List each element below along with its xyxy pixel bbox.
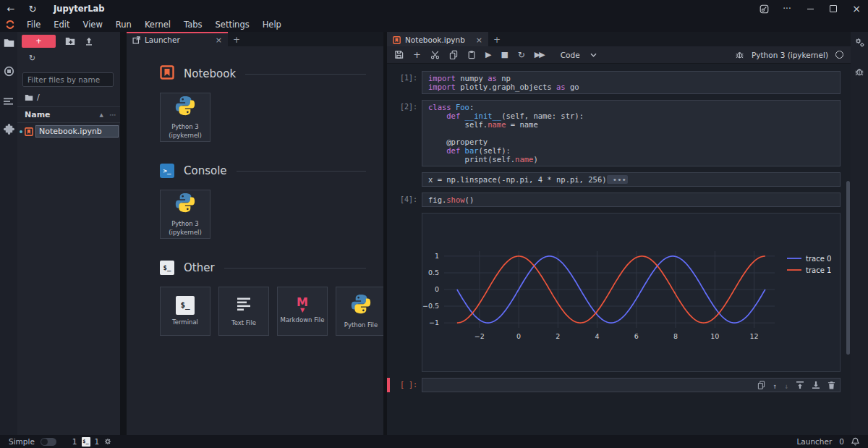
active-empty-cell: [ ]: ↑↓ <box>387 378 841 392</box>
menu-help[interactable]: Help <box>256 17 288 32</box>
restart-kernel-icon[interactable]: ↻ <box>518 50 525 60</box>
kernel-status-icon[interactable] <box>835 51 843 59</box>
new-launcher-button[interactable]: + <box>22 35 56 48</box>
new-tab-icon[interactable]: + <box>488 35 506 46</box>
cell-editor[interactable]: import numpy as npimport plotly.graph_ob… <box>422 71 841 94</box>
statusbar-context[interactable]: Launcher <box>797 437 833 446</box>
sort-ascending-icon[interactable]: ▲ <box>100 112 103 118</box>
file-browser-panel: + ↻ / Name ▲ ⋯ Notebook.ipynb <box>17 32 120 435</box>
debugger-panel-icon[interactable] <box>854 66 864 80</box>
copy-cells-icon[interactable] <box>449 50 458 59</box>
launcher-card-python-3-ipykernel-[interactable]: Python 3(ipykernel) <box>160 190 210 239</box>
maximize-icon[interactable] <box>822 0 845 17</box>
launcher-tabbar: Launcher × + <box>127 32 383 46</box>
server-connection-icon[interactable] <box>752 0 775 17</box>
menu-settings[interactable]: Settings <box>209 17 256 32</box>
menu-kernel[interactable]: Kernel <box>138 17 177 32</box>
launcher-card-python-3-ipykernel-[interactable]: Python 3(ipykernel) <box>160 93 210 142</box>
refresh-icon[interactable]: ↻ <box>29 54 35 63</box>
launcher-sections: NotebookPython 3(ipykernel)>_ConsolePyth… <box>127 46 383 435</box>
reload-icon[interactable]: ↻ <box>22 4 43 14</box>
svg-text:trace 1: trace 1 <box>806 266 831 274</box>
run-cell-icon[interactable]: ▶ <box>485 50 491 59</box>
cell-editor[interactable]: class Foo: def __init__(self, name: str)… <box>422 100 841 166</box>
minimize-icon[interactable] <box>799 0 822 17</box>
launcher-card-text-file[interactable]: Text File <box>218 287 269 336</box>
move-cell-up-icon[interactable]: ↑ <box>773 382 777 391</box>
debugger-icon[interactable] <box>735 50 744 59</box>
cell-prompt: [2]: <box>390 100 422 166</box>
extensions-icon[interactable] <box>4 124 14 138</box>
new-tab-icon[interactable]: + <box>228 35 245 46</box>
breadcrumb[interactable]: / <box>17 87 120 106</box>
file-row[interactable]: Notebook.ipynb <box>17 123 120 140</box>
python-icon <box>174 192 196 216</box>
insert-cell-below-icon[interactable] <box>812 381 820 392</box>
simple-mode-label: Simple <box>9 437 35 446</box>
table-of-contents-icon[interactable] <box>4 95 14 109</box>
code-cell: [2]:class Foo: def __init__(self, name: … <box>390 100 841 166</box>
notebook-file-icon <box>25 127 33 136</box>
notifications-count[interactable]: 0 <box>839 437 844 446</box>
kernels-count[interactable]: 1 <box>95 437 100 446</box>
back-icon[interactable]: ← <box>0 4 22 14</box>
file-browser-icon[interactable] <box>4 37 14 51</box>
restart-run-all-icon[interactable]: ▶▶ <box>535 50 544 59</box>
cell-prompt <box>390 172 422 187</box>
card-label: Python 3(ipykernel) <box>169 123 202 139</box>
launcher-section-notebook: NotebookPython 3(ipykernel) <box>160 65 366 142</box>
launcher-card-markdown-file[interactable]: M▼Markdown File <box>277 287 328 336</box>
property-inspector-icon[interactable] <box>854 37 865 51</box>
paste-cells-icon[interactable] <box>467 50 476 59</box>
file-list-header[interactable]: Name ▲ ⋯ <box>17 106 120 123</box>
move-cell-down-icon[interactable]: ↓ <box>784 382 788 391</box>
terminal-icon: $_ <box>176 296 195 315</box>
kernel-name-button[interactable]: Python 3 (ipykernel) <box>752 51 828 59</box>
cell-editor[interactable]: fig.show() <box>422 193 841 207</box>
tab-close-icon[interactable]: × <box>216 35 222 45</box>
splitter[interactable] <box>120 32 127 435</box>
menu-tabs[interactable]: Tabs <box>177 17 208 32</box>
cell-editor[interactable]: ↑↓ <box>422 378 841 392</box>
column-options-icon[interactable]: ⋯ <box>109 111 116 119</box>
section-title: Other <box>184 261 215 274</box>
svg-text:0: 0 <box>516 332 521 340</box>
filter-files-input[interactable] <box>22 72 114 87</box>
launcher-card-python-file[interactable]: Python File <box>336 287 383 336</box>
launcher-icon <box>132 36 140 44</box>
bell-icon[interactable] <box>851 437 859 446</box>
launcher-cards: Python 3(ipykernel) <box>160 93 366 142</box>
menu-file[interactable]: File <box>20 17 47 32</box>
card-label: Text File <box>231 319 256 327</box>
scrollbar-thumb[interactable] <box>846 181 850 355</box>
tab-launcher[interactable]: Launcher × <box>127 32 228 46</box>
menu-view[interactable]: View <box>77 17 109 32</box>
duplicate-cell-icon[interactable] <box>757 381 765 392</box>
tab-notebook[interactable]: Notebook.ipynb × <box>387 32 488 46</box>
insert-cell-icon[interactable]: + <box>413 49 421 60</box>
column-name-header[interactable]: Name <box>25 110 51 119</box>
cell-editor[interactable]: x = np.linspace(-np.pi, 4 * np.pi, 256) … <box>422 172 841 187</box>
terminals-count[interactable]: 1 <box>72 437 77 446</box>
running-sessions-icon[interactable] <box>4 66 14 80</box>
launcher-cards: Python 3(ipykernel) <box>160 190 366 239</box>
save-icon[interactable] <box>394 50 404 59</box>
cell-type-dropdown[interactable]: Code <box>561 51 597 59</box>
launcher-card-terminal[interactable]: $_Terminal <box>160 287 210 336</box>
cell-toolbar: ↑↓ <box>757 381 835 392</box>
interrupt-kernel-icon[interactable]: ■ <box>501 50 508 59</box>
menu-run[interactable]: Run <box>109 17 138 32</box>
simple-mode-toggle[interactable] <box>41 438 56 446</box>
more-menu-icon[interactable]: ··· <box>775 0 799 17</box>
new-folder-icon[interactable] <box>65 37 75 46</box>
insert-cell-above-icon[interactable] <box>796 381 804 392</box>
tab-close-icon[interactable]: × <box>476 35 482 45</box>
notebook-icon <box>160 65 174 83</box>
cut-cells-icon[interactable] <box>430 50 440 59</box>
section-head: $_Other <box>160 259 366 276</box>
menu-edit[interactable]: Edit <box>47 17 76 32</box>
upload-icon[interactable] <box>85 37 93 46</box>
close-icon[interactable]: × <box>845 0 868 17</box>
delete-cell-icon[interactable] <box>827 381 835 392</box>
tab-label: Launcher <box>145 35 180 44</box>
